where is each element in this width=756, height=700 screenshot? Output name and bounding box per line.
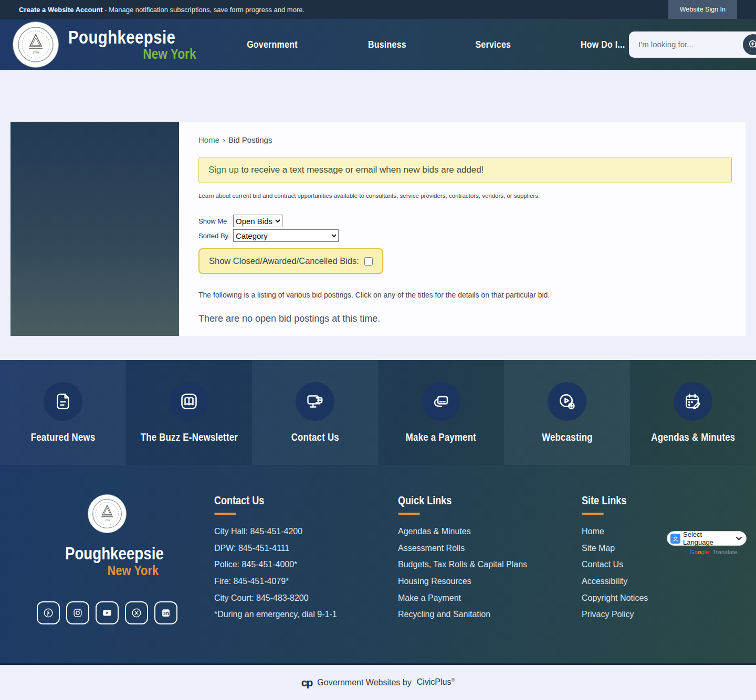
city-seal-logo[interactable]: 1799	[13, 22, 59, 68]
contact-dpw: DPW: 845-451-4111	[214, 540, 398, 557]
signup-banner: Sign up to receive a text message or ema…	[198, 157, 732, 183]
signup-link[interactable]: Sign up	[208, 165, 239, 175]
quick-link-budgets[interactable]: Budgets, Tax Rolls & Capital Plans	[398, 560, 527, 569]
newsletter-icon	[170, 382, 208, 421]
footer-logo-column: 1799 Poughkeepsie New York	[0, 494, 214, 663]
left-sidebar[interactable]	[10, 122, 179, 336]
webcasting-icon	[548, 382, 586, 421]
tile-buzz-enewsletter[interactable]: The Buzz E-Newsletter	[126, 360, 252, 465]
agendas-icon	[674, 382, 712, 421]
breadcrumb: Home›Bid Postings	[198, 135, 732, 144]
tile-contact-us[interactable]: Contact Us	[252, 360, 378, 465]
site-header: 1799 Poughkeepsie New York Government Bu…	[0, 19, 756, 70]
seal-icon: 1799	[17, 26, 54, 63]
tile-agendas-minutes[interactable]: Agendas & Minutes	[630, 360, 756, 465]
tile-label: Contact Us	[291, 431, 339, 443]
nav-business[interactable]: Business	[364, 39, 410, 50]
contact-city-hall: City Hall: 845-451-4200	[214, 523, 398, 540]
footer-city-seal: 1799	[88, 494, 127, 533]
orange-rule	[398, 513, 420, 515]
civicplus-text: Government Websites by	[317, 678, 411, 687]
breadcrumb-home-link[interactable]: Home	[198, 135, 219, 144]
tile-make-a-payment[interactable]: Make a Payment	[378, 360, 504, 465]
site-link-privacy[interactable]: Privacy Policy	[582, 610, 634, 619]
tile-label: Webcasting	[542, 431, 592, 443]
bid-filters: Show Me Open Bids Sorted By Category	[198, 215, 732, 242]
show-closed-bids-box: Show Closed/Awarded/Cancelled Bids:	[198, 248, 383, 274]
tile-webcasting[interactable]: Webcasting	[504, 360, 630, 465]
search-input[interactable]	[638, 40, 743, 49]
logo-state-name: New York	[143, 47, 196, 61]
orange-rule	[214, 513, 236, 515]
contact-police: Police: 845-451-4000*	[214, 556, 398, 573]
registered-mark: ®	[452, 677, 455, 683]
footer-logo-text: Poughkeepsie New York	[56, 545, 159, 577]
tile-label: Make a Payment	[406, 431, 476, 443]
select-language-dropdown[interactable]: 文 Select Language	[667, 531, 747, 546]
show-me-select[interactable]: Open Bids	[233, 215, 282, 227]
footer-quick-links-column: Quick Links Agendas & Minutes Assessment…	[398, 494, 582, 663]
site-link-site-map[interactable]: Site Map	[582, 544, 615, 553]
social-links	[37, 601, 177, 624]
youtube-icon[interactable]	[96, 601, 119, 624]
website-sign-in-button[interactable]: Website Sign In	[668, 0, 737, 19]
contact-fire: Fire: 845-451-4079*	[214, 573, 398, 590]
create-account-link[interactable]: Create a Website Account	[19, 6, 103, 14]
quick-link-assessment-rolls[interactable]: Assessment Rolls	[398, 544, 465, 553]
breadcrumb-separator: ›	[223, 135, 225, 144]
no-bids-message: There are no open bid postings at this t…	[198, 313, 732, 324]
show-closed-bids-label: Show Closed/Awarded/Cancelled Bids:	[209, 256, 359, 266]
search-button[interactable]	[743, 34, 756, 55]
svg-text:1799: 1799	[33, 51, 39, 54]
main-navigation: Government Business Services How Do I...	[242, 39, 629, 50]
tile-label: Featured News	[31, 431, 96, 443]
site-search	[629, 31, 756, 58]
select-language-label: Select Language	[683, 531, 733, 546]
facebook-icon[interactable]	[37, 601, 60, 624]
signup-banner-text: to receive a text message or email when …	[241, 165, 484, 175]
orange-rule	[582, 513, 604, 515]
nav-services[interactable]: Services	[472, 39, 514, 50]
footer-site-links-column: Site Links Home Site Map Contact Us Acce…	[582, 494, 734, 663]
create-account-description: - Manage notification subscriptions, sav…	[104, 6, 304, 14]
main-content: Home›Bid Postings Sign up to receive a t…	[179, 122, 746, 336]
tile-featured-news[interactable]: Featured News	[0, 360, 126, 465]
create-account-text[interactable]: Create a Website Account - Manage notifi…	[0, 6, 304, 14]
featured-news-icon	[44, 382, 82, 421]
utility-bar: Create a Website Account - Manage notifi…	[0, 0, 756, 19]
contact-city-court: City Court: 845-483-8200	[214, 590, 398, 607]
quick-link-band: Featured News The Buzz E-Newsletter	[0, 360, 756, 465]
site-link-contact-us[interactable]: Contact Us	[582, 560, 623, 569]
google-translate-branding: Google Translate	[667, 549, 747, 555]
quick-link-recycling[interactable]: Recycling and Sanitation	[398, 610, 490, 619]
tile-label: The Buzz E-Newsletter	[140, 431, 237, 443]
quick-link-payment[interactable]: Make a Payment	[398, 593, 461, 602]
site-link-accessibility[interactable]: Accessibility	[582, 577, 627, 586]
lower-section: Featured News The Buzz E-Newsletter	[0, 360, 756, 665]
x-twitter-icon[interactable]	[125, 601, 148, 624]
quick-links-list: Agendas & Minutes Assessment Rolls Budge…	[398, 523, 582, 623]
linkedin-icon[interactable]	[154, 601, 177, 624]
google-translate-widget: 文 Select Language Google Translate	[667, 531, 747, 555]
bids-intro-text: Learn about current bid and contract opp…	[198, 193, 732, 199]
site-logo-text[interactable]: Poughkeepsie New York	[68, 28, 196, 61]
quick-link-housing[interactable]: Housing Resources	[398, 577, 471, 586]
footer-state-name: New York	[107, 564, 159, 577]
instagram-icon[interactable]	[66, 601, 89, 624]
chevron-down-icon	[736, 537, 742, 540]
nav-government[interactable]: Government	[242, 39, 302, 50]
quick-links-title: Quick Links	[398, 494, 452, 507]
show-closed-bids-checkbox[interactable]	[364, 257, 373, 266]
sorted-by-select[interactable]: Category	[233, 229, 339, 242]
listing-note: The following is a listing of various bi…	[198, 291, 732, 299]
seal-icon: 1799	[92, 499, 122, 529]
civicplus-link[interactable]: CivicPlus	[417, 678, 452, 687]
site-link-home[interactable]: Home	[582, 527, 604, 536]
site-link-copyright[interactable]: Copyright Notices	[582, 593, 648, 602]
nav-how-do-i[interactable]: How Do I...	[576, 39, 629, 50]
quick-link-agendas[interactable]: Agendas & Minutes	[398, 527, 471, 536]
search-zoom-icon	[748, 39, 756, 50]
payment-icon	[422, 382, 460, 421]
footer-contact-column: Contact Us City Hall: 845-451-4200 DPW: …	[214, 494, 398, 663]
site-footer: 1799 Poughkeepsie New York	[0, 465, 756, 663]
